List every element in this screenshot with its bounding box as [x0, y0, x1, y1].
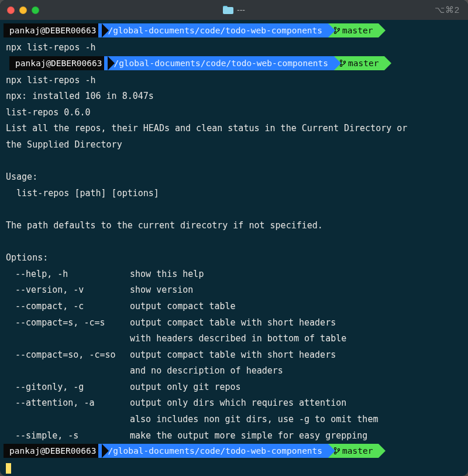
option-desc: make the output more simple for easy gre… [130, 428, 367, 444]
option-row: also includes non git dirs, use -g to om… [0, 412, 468, 428]
option-desc: with headers described in bottom of tabl… [130, 331, 346, 347]
option-row: --compact, -coutput compact table [0, 299, 468, 315]
option-desc: output compact table [130, 299, 236, 315]
prompt-path: /global-documents/code/todo-web-componen… [98, 23, 328, 37]
prompt-branch-text: master [342, 446, 373, 456]
output-blank [0, 201, 468, 218]
option-desc: output compact table with short headers [130, 315, 336, 331]
prompt-path: /global-documents/code/todo-web-componen… [98, 444, 328, 458]
output-line: List all the repos, their HEADs and clea… [0, 121, 468, 137]
output-blank [0, 153, 468, 170]
option-flag: --compact=s, -c=s [15, 315, 130, 331]
option-row: --help, -hshow this help [0, 266, 468, 283]
output-line: the Supplied Directory [0, 137, 468, 153]
prompt-user-text: pankaj@DEBER00663 [15, 59, 102, 68]
option-row: and no description of headers [0, 363, 468, 379]
option-flag: --compact, -c [15, 299, 130, 315]
svg-point-8 [338, 449, 339, 451]
command-text: npx list-repos -h [0, 73, 468, 89]
prompt-line: pankaj@DEBER00663 /global-documents/code… [0, 444, 468, 458]
folder-icon [223, 6, 233, 14]
command-text: npx list-repos -h [0, 40, 468, 56]
prompt-line: pankaj@DEBER00663 /global-documents/code… [0, 56, 468, 70]
prompt-branch-text: master [342, 26, 373, 35]
prompt-path-text: /global-documents/code/todo-web-componen… [108, 446, 322, 456]
prompt-path-text: /global-documents/code/todo-web-componen… [108, 26, 322, 35]
prompt-user: pankaj@DEBER00663 [4, 444, 102, 458]
option-flag: --help, -h [15, 266, 130, 283]
prompt-line: pankaj@DEBER00663 /global-documents/code… [0, 23, 468, 37]
option-row: with headers described in bottom of tabl… [0, 331, 468, 347]
prompt-path-text: /global-documents/code/todo-web-componen… [113, 59, 328, 68]
option-flag [15, 412, 130, 428]
option-row: --attention, -aoutput only dirs which re… [0, 395, 468, 412]
option-flag: --compact=so, -c=so [15, 347, 130, 364]
prompt-branch-text: master [348, 59, 378, 68]
output-line: list-repos 0.6.0 [0, 105, 468, 121]
output-line: Usage: [0, 169, 468, 186]
prompt-path: /global-documents/code/todo-web-componen… [104, 56, 334, 70]
prompt-user-text: pankaj@DEBER00663 [9, 446, 96, 456]
svg-point-2 [338, 28, 339, 30]
option-row: --simple, -smake the output more simple … [0, 428, 468, 444]
output-line: npx: installed 106 in 8.047s [0, 88, 468, 105]
option-flag: --gitonly, -g [15, 379, 130, 396]
close-icon[interactable] [7, 6, 15, 14]
input-line[interactable] [0, 460, 468, 476]
option-desc: show version [130, 282, 193, 299]
window-title: --- [0, 5, 468, 15]
output-blank [0, 234, 468, 251]
option-flag: --version, -v [15, 282, 130, 299]
terminal-body[interactable]: pankaj@DEBER00663 /global-documents/code… [0, 20, 468, 476]
option-flag: --attention, -a [15, 395, 130, 412]
option-desc: output only git repos [130, 379, 241, 396]
option-flag: --simple, -s [15, 428, 130, 444]
option-desc: and no description of headers [130, 363, 283, 379]
output-line: Options: [0, 250, 468, 266]
option-desc: output only dirs which requires attentio… [130, 395, 346, 412]
zoom-icon[interactable] [32, 6, 39, 14]
option-desc: show this help [130, 266, 204, 283]
minimize-icon[interactable] [19, 6, 27, 14]
output-line: list-repos [path] [options] [0, 186, 468, 202]
svg-point-5 [343, 61, 345, 63]
option-row: --version, -vshow version [0, 282, 468, 299]
option-row: --gitonly, -goutput only git repos [0, 379, 468, 396]
traffic-lights [7, 6, 39, 14]
keyboard-hint: ⌥⌘2 [435, 5, 460, 15]
option-row: --compact=so, -c=sooutput compact table … [0, 347, 468, 364]
prompt-user: pankaj@DEBER00663 [4, 23, 102, 37]
option-flag [15, 331, 130, 347]
output-line: The path defaults to the current direcot… [0, 218, 468, 234]
prompt-user-text: pankaj@DEBER00663 [9, 26, 96, 35]
option-flag [15, 363, 130, 379]
title-text: --- [237, 5, 245, 15]
options-list: --help, -hshow this help--version, -vsho… [0, 266, 468, 444]
cursor-icon [6, 463, 11, 474]
option-row: --compact=s, -c=soutput compact table wi… [0, 315, 468, 331]
prompt-user: pankaj@DEBER00663 [9, 56, 108, 70]
option-desc: also includes non git dirs, use -g to om… [130, 412, 378, 428]
option-desc: output compact table with short headers [130, 347, 336, 364]
terminal-window: --- ⌥⌘2 pankaj@DEBER00663 /global-docume… [0, 0, 468, 476]
titlebar: --- ⌥⌘2 [0, 0, 468, 20]
